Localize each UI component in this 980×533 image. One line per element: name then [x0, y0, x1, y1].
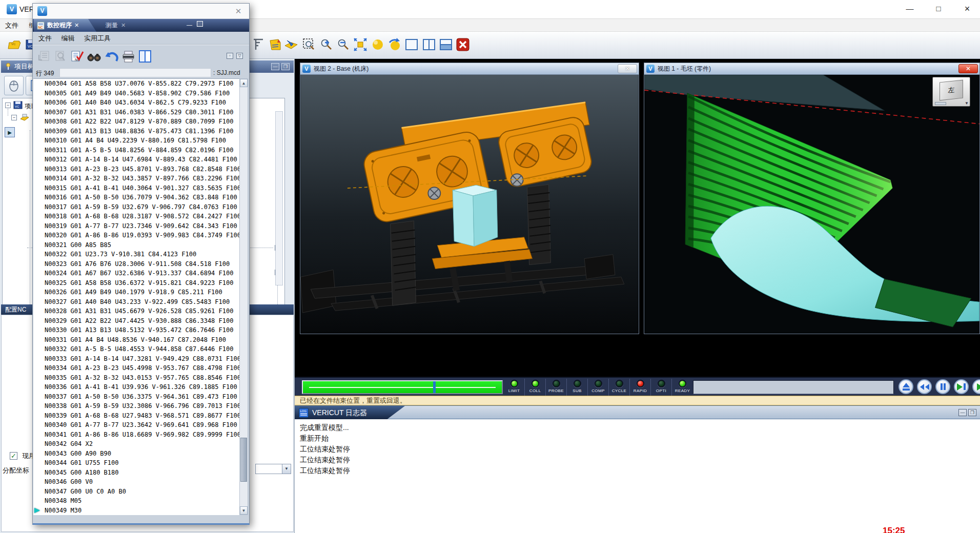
layout-single-icon[interactable] — [404, 36, 419, 53]
nc-line[interactable]: N00327 G01 A40 B40 U43.233 V-922.499 C85… — [33, 297, 240, 307]
section-cut-icon[interactable] — [283, 36, 299, 53]
nc-line[interactable]: N00342 G04 X2 — [33, 439, 240, 449]
nc-line[interactable]: N00309 G01 A13 B13 U48.8836 V-875.473 C8… — [33, 127, 240, 136]
maximize-button[interactable]: □ — [931, 2, 946, 15]
active-checkbox[interactable]: ✓ 现用 — [10, 451, 35, 461]
nc-line[interactable]: N00324 G01 A67 B67 U32.6386 V-913.337 C8… — [33, 269, 240, 278]
close-views-icon[interactable] — [455, 36, 471, 53]
machine-3d-view[interactable] — [300, 75, 639, 334]
tree-play-button[interactable]: ▶ — [5, 127, 15, 137]
nc-line[interactable]: N00349 M30 — [33, 506, 240, 516]
expander-collapse-icon[interactable]: − — [5, 102, 11, 108]
nc-line[interactable]: N00316 G01 A-50 B-50 U36.7079 V-904.362 … — [33, 193, 240, 202]
zoom-window-icon[interactable] — [301, 36, 317, 53]
nc-window-titlebar[interactable]: V ✕ — [33, 4, 249, 19]
log-float-icon[interactable]: ❐ — [968, 409, 976, 416]
nc-line[interactable]: N00340 G01 A-77 B-77 U23.3642 V-969.641 … — [33, 420, 240, 430]
nc-line[interactable]: N00329 G01 A22 B22 U47.4425 V-930.888 C8… — [33, 316, 240, 326]
tab-close-icon[interactable]: ✕ — [121, 22, 126, 29]
orient-view-icon[interactable] — [370, 36, 385, 53]
layout-two-horizontal-icon[interactable] — [438, 36, 454, 53]
stock-3d-view[interactable] — [644, 75, 979, 334]
scroll-down-icon[interactable]: ▼ — [240, 506, 248, 515]
expander-collapse-icon[interactable]: − — [11, 115, 17, 120]
tab-measure[interactable]: 测量 ✕ — [106, 19, 126, 32]
chevron-down-icon[interactable]: ▼ — [282, 464, 291, 474]
tabbar-restore-icon[interactable] — [197, 21, 203, 27]
nc-check-icon[interactable]: NC — [70, 49, 84, 64]
nc-line[interactable]: N00315 G01 A-41 B-41 U40.3064 V-901.327 … — [33, 183, 240, 193]
nc-line[interactable]: N00319 G01 A-77 B-77 U23.7346 V-909.642 … — [33, 221, 240, 231]
led-button-opti[interactable]: OPTI — [651, 379, 672, 396]
nc-line[interactable]: N00348 M05 — [33, 496, 240, 506]
panel-edit-icon[interactable]: ▽ — [236, 53, 243, 59]
zoom-out-icon[interactable] — [336, 36, 351, 53]
panel-float-icon[interactable]: ❐ — [281, 63, 290, 70]
viewport-stock[interactable]: V 视图 1 - 毛坯 (零件) ✕ — [644, 63, 980, 334]
panel-minimize-icon[interactable]: — — [271, 63, 279, 70]
nc-line[interactable]: N00347 G00 U0 C0 A0 B0 — [33, 487, 240, 497]
nc-line[interactable]: N00336 G01 A-41 B-41 U39.936 V-961.326 C… — [33, 382, 240, 392]
nc-line[interactable]: N00335 G01 A-32 B-32 U43.0153 V-957.765 … — [33, 373, 240, 383]
play-button[interactable] — [972, 379, 980, 394]
split-columns-icon[interactable] — [138, 49, 152, 64]
tab-close-icon[interactable]: ✕ — [74, 22, 79, 29]
log-message-list[interactable]: 完成重置模型...重新开始工位结束处暂停工位结束处暂停工位结束处暂停 — [295, 419, 980, 533]
nc-window-close-icon[interactable]: ✕ — [234, 7, 243, 16]
print-icon[interactable] — [121, 49, 135, 64]
nc-line[interactable]: N00325 G01 A58 B58 U36.6372 V-915.821 C8… — [33, 278, 240, 288]
nav-cube-face-label[interactable]: 左 — [940, 80, 963, 101]
line-number-field[interactable] — [59, 68, 211, 77]
nc-line[interactable]: N00307 G01 A31 B31 U46.0383 V-866.529 C8… — [33, 108, 240, 117]
nc-line[interactable]: N00308 G01 A22 B22 U47.8129 V-870.889 C8… — [33, 117, 240, 127]
layout-two-vertical-icon[interactable] — [421, 36, 437, 53]
rewind-button[interactable] — [917, 379, 932, 394]
panel-restore-icon[interactable]: ▫ — [227, 53, 233, 59]
nc-line[interactable]: N00305 G01 A49 B49 U40.5683 V-858.902 C7… — [33, 89, 240, 98]
zoom-in-icon[interactable] — [319, 36, 334, 53]
view-orientation-cube[interactable]: 左 ▼ — [932, 77, 970, 107]
nc-line[interactable]: N00341 G01 A-86 B-86 U18.6689 V-969.982 … — [33, 430, 240, 440]
scroll-up-icon[interactable]: ▲ — [240, 79, 248, 87]
report-icon[interactable] — [268, 36, 283, 53]
nc-code-listing[interactable]: N00304 G01 A58 B58 U37.0076 V-855.822 C7… — [33, 78, 240, 515]
tabbar-minimize-icon[interactable]: — — [187, 22, 192, 28]
vc-open-folder-icon[interactable]: VC — [7, 36, 22, 53]
nc-line[interactable]: N00338 G01 A-59 B-59 U32.3086 V-966.796 … — [33, 401, 240, 411]
minimize-button[interactable]: — — [902, 2, 917, 15]
nc-scrollbar[interactable]: ▲ ▼ — [239, 78, 248, 515]
nc-line[interactable]: N00326 G01 A49 B49 U40.1979 V-918.9 C85.… — [33, 288, 240, 297]
nc-line[interactable]: N00345 G00 A180 B180 — [33, 468, 240, 478]
step-forward-button[interactable] — [954, 379, 969, 394]
chevron-down-icon[interactable]: ▼ — [965, 101, 969, 106]
rotate-view-icon[interactable] — [387, 36, 402, 53]
nc-menu-edit[interactable]: 编辑 — [57, 32, 78, 45]
viewport-close-button[interactable]: ✕ — [958, 64, 978, 73]
led-button-rapid[interactable]: RAPID — [630, 379, 651, 396]
led-button-sub[interactable]: SUB — [567, 379, 588, 396]
log-minimize-icon[interactable]: — — [958, 409, 967, 416]
nc-line[interactable]: N00311 G01 A-5 B-5 U48.8256 V-884.859 C8… — [33, 146, 240, 155]
nc-line[interactable]: N00346 G00 V0 — [33, 477, 240, 487]
nc-program-window[interactable]: V ✕ NC 数控程序 ✕ 测量 ✕ — 文件 编辑 实用工具 — [32, 3, 250, 525]
nc-line[interactable]: N00318 G01 A-68 B-68 U28.3187 V-908.572 … — [33, 212, 240, 221]
led-button-cycle[interactable]: CYCLE — [609, 379, 630, 396]
undo-icon[interactable] — [105, 49, 119, 64]
nc-line[interactable]: N00323 G01 A76 B76 U28.3006 V-911.508 C8… — [33, 259, 240, 269]
viewport-machine-titlebar[interactable]: V 视图 2 - Base (机床) ✕ — [300, 63, 639, 75]
led-button-comp[interactable]: COMP — [588, 379, 609, 396]
nc-line[interactable]: N00314 G01 A-32 B-32 U43.3857 V-897.766 … — [33, 174, 240, 183]
nc-line[interactable]: N00328 G01 A31 B31 U45.6679 V-926.528 C8… — [33, 306, 240, 316]
nc-line[interactable]: N00334 G01 A-23 B-23 U45.4998 V-953.767 … — [33, 363, 240, 373]
progress-marker[interactable] — [433, 381, 436, 393]
nc-menu-file[interactable]: 文件 — [35, 32, 55, 45]
nc-line[interactable]: N00313 G01 A-23 B-23 U45.8701 V-893.768 … — [33, 165, 240, 174]
led-button-ready[interactable]: READY — [672, 379, 693, 396]
nc-line[interactable]: N00312 G01 A-14 B-14 U47.6984 V-889.43 C… — [33, 155, 240, 165]
binoculars-search-icon[interactable] — [87, 49, 101, 64]
nc-line[interactable]: N00322 G01 U23.73 V-910.381 C84.4123 F10… — [33, 250, 240, 259]
nc-line[interactable]: N00330 G01 A13 B13 U48.5132 V-935.472 C8… — [33, 325, 240, 335]
nc-line[interactable]: N00306 G01 A40 B40 U43.6034 V-862.5 C79.… — [33, 98, 240, 108]
simulation-progress-bar[interactable] — [302, 380, 503, 394]
fit-view-icon[interactable] — [353, 36, 368, 53]
